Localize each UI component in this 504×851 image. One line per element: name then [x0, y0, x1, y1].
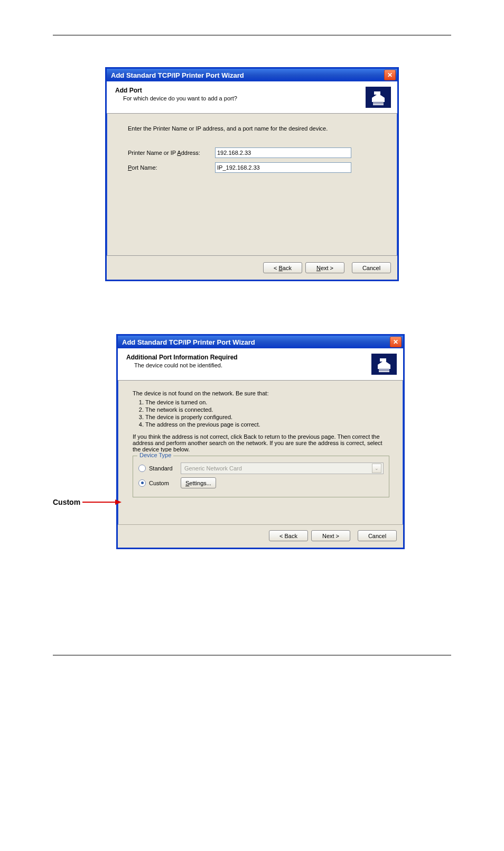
next-button[interactable]: Next > — [305, 262, 344, 273]
port-name-input[interactable] — [215, 162, 351, 173]
radio-custom-label: Custom — [149, 480, 178, 486]
wizard-footer: < Back Next > Cancel — [107, 255, 397, 280]
ip-address-label: Printer Name or IP Address: — [128, 150, 215, 156]
header-subtitle: For which device do you want to add a po… — [123, 95, 360, 101]
svg-rect-5 — [379, 371, 389, 372]
cancel-button[interactable]: Cancel — [358, 530, 397, 541]
title-text: Add Standard TCP/IP Printer Port Wizard — [122, 338, 255, 346]
ip-address-input[interactable] — [215, 147, 351, 158]
titlebar[interactable]: Add Standard TCP/IP Printer Port Wizard … — [107, 69, 397, 81]
svg-marker-3 — [115, 500, 122, 505]
back-button[interactable]: < Back — [263, 262, 302, 273]
back-button[interactable]: < Back — [269, 530, 308, 541]
list-item: The network is connected. — [145, 406, 389, 413]
list-item: The device is turned on. — [145, 399, 389, 406]
close-icon[interactable]: ✕ — [384, 70, 396, 80]
svg-rect-4 — [379, 369, 389, 371]
header-subtitle: The device could not be identified. — [134, 362, 366, 368]
settings-button[interactable]: Settings... — [181, 477, 216, 488]
radio-standard-label: Standard — [149, 465, 178, 471]
device-type-legend: Device Type — [137, 452, 173, 458]
header-title: Add Port — [115, 87, 360, 94]
next-button[interactable]: Next > — [311, 530, 350, 541]
wizard-body: The device is not found on the network. … — [118, 381, 403, 524]
close-icon[interactable]: ✕ — [390, 337, 402, 347]
titlebar[interactable]: Add Standard TCP/IP Printer Port Wizard … — [118, 336, 403, 348]
combo-value: Generic Network Card — [184, 465, 242, 471]
intro-text: The device is not found on the network. … — [133, 390, 389, 396]
list-item: The address on the previous page is corr… — [145, 421, 389, 428]
wizard-dialog-additional-info: Add Standard TCP/IP Printer Port Wizard … — [116, 334, 405, 549]
wizard-dialog-add-port: Add Standard TCP/IP Printer Port Wizard … — [105, 67, 399, 281]
wizard-header: Add Port For which device do you want to… — [107, 81, 397, 114]
cancel-button[interactable]: Cancel — [352, 262, 391, 273]
checklist: The device is turned on. The network is … — [135, 399, 389, 428]
svg-rect-0 — [373, 103, 384, 104]
wizard-footer: < Back Next > Cancel — [118, 524, 403, 548]
svg-rect-1 — [373, 104, 384, 105]
instruction-text: Enter the Printer Name or IP address, an… — [128, 125, 379, 132]
printer-icon — [366, 87, 391, 108]
arrow-icon — [80, 498, 122, 506]
paragraph: If you think the address is not correct,… — [133, 433, 389, 452]
radio-custom[interactable] — [138, 479, 146, 487]
wizard-body: Enter the Printer Name or IP address, an… — [107, 114, 397, 255]
port-name-label: Port Name: — [128, 164, 215, 171]
header-title: Additional Port Information Required — [126, 354, 366, 361]
device-type-combo: Generic Network Card ⌄ — [181, 462, 384, 474]
chevron-down-icon: ⌄ — [372, 464, 381, 473]
list-item: The device is properly configured. — [145, 413, 389, 421]
wizard-header: Additional Port Information Required The… — [118, 348, 403, 381]
printer-icon — [371, 354, 397, 375]
title-text: Add Standard TCP/IP Printer Port Wizard — [111, 71, 244, 79]
device-type-group: Device Type Standard Generic Network Car… — [133, 456, 389, 497]
callout-custom: Custom — [53, 498, 122, 506]
callout-label: Custom — [53, 498, 80, 506]
radio-standard[interactable] — [138, 465, 146, 472]
